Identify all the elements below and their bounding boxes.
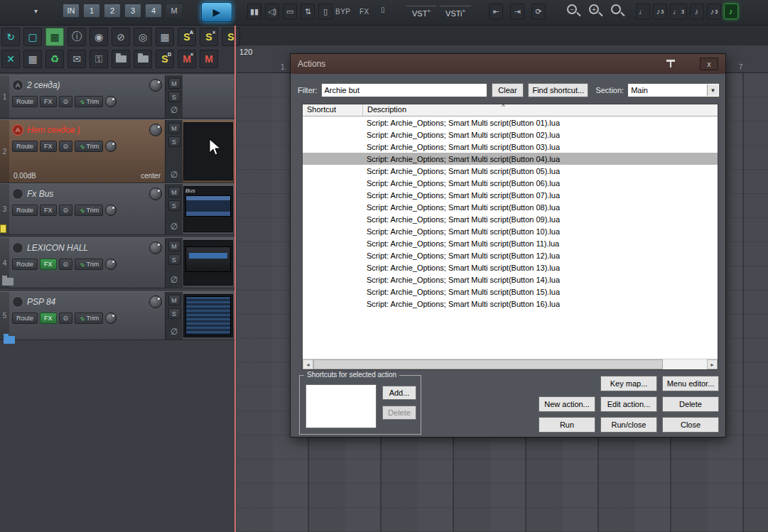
action-row[interactable]: Script: Archie_Options; Smart Multi scri… <box>303 261 718 273</box>
phase-button[interactable]: ∅ <box>171 105 178 115</box>
track-button-2[interactable]: 2 <box>104 4 121 18</box>
mute-button[interactable]: M <box>168 295 180 305</box>
track-number[interactable]: 1 <box>0 75 9 118</box>
trim-button[interactable]: ∿Trim <box>75 96 103 107</box>
zoom-in-icon[interactable]: + <box>588 4 604 19</box>
scroll-left-icon[interactable]: ◄ <box>303 359 313 369</box>
track-manager-icon[interactable]: ▦ <box>156 28 174 46</box>
info-icon[interactable]: ⓘ <box>67 28 86 46</box>
pan-knob[interactable] <box>105 259 117 270</box>
record-arm-button[interactable]: A <box>12 80 23 91</box>
route-button[interactable]: Route <box>12 205 38 216</box>
action-row[interactable]: Script: Archie_Options; Smart Multi scri… <box>303 237 718 249</box>
action-row[interactable]: Script: Archie_Options; Smart Multi scri… <box>303 189 718 201</box>
track-1[interactable]: 1 A 2 сенда) Route FX ⊙ ∿Trim M S ∅ <box>0 75 235 119</box>
scrollbar-thumb[interactable] <box>313 359 663 369</box>
key-map-button[interactable]: Key map... <box>600 376 657 391</box>
track-button-4[interactable]: 4 <box>145 4 162 18</box>
pan-knob[interactable] <box>105 313 117 324</box>
zoom-selection-icon[interactable] <box>610 4 626 19</box>
run-button[interactable]: Run <box>539 417 595 433</box>
phase-button[interactable]: ∅ <box>171 275 178 285</box>
hide-tracks-icon[interactable]: ⊘ <box>112 28 130 46</box>
notes-icon[interactable]: ✉ <box>67 50 86 68</box>
volume-knob[interactable] <box>149 295 162 308</box>
track-number[interactable]: 2 <box>0 120 9 183</box>
phase-button[interactable]: ∅ <box>171 222 178 232</box>
grid-sixteenth-note-icon[interactable]: ♪ <box>690 4 704 19</box>
volume-knob[interactable] <box>149 188 162 200</box>
action-row[interactable]: Script: Archie_Options; Smart Multi scri… <box>303 286 718 298</box>
routing-icon[interactable]: ▯ <box>318 4 332 19</box>
action-row[interactable]: Script: Archie_Options; Smart Multi scri… <box>303 129 718 141</box>
fader-icon[interactable]: ⇅ <box>301 4 315 19</box>
pan-knob[interactable] <box>105 141 117 152</box>
mute-button[interactable]: M <box>168 187 180 197</box>
action-row[interactable]: Script: Archie_Options; Smart Multi scri… <box>303 213 718 225</box>
track-4[interactable]: 4 LEXICON HALL Route FX ⊙ ∿Trim M S ∅ <box>0 237 235 288</box>
track-2[interactable]: 2 A Нет сендов ) Route FX ⊙ ∿Trim 0.00dB… <box>0 119 235 183</box>
track-button-3[interactable]: 3 <box>124 4 141 18</box>
mute-button[interactable]: M <box>168 78 180 89</box>
fx-power-button[interactable]: ⊙ <box>59 205 73 216</box>
show-in-mixer-icon[interactable]: ◎ <box>134 28 152 46</box>
track-name[interactable]: LEXICON HALL <box>27 243 146 253</box>
fx-chain-thumbnail[interactable] <box>183 240 233 286</box>
action-row[interactable]: Script: Archie_Options; Smart Multi scri… <box>303 116 718 129</box>
grid-quarter-note-icon[interactable]: ♩ <box>636 4 650 19</box>
track-name[interactable]: Нет сендов ) <box>27 125 146 135</box>
move-edit-cursor-left-icon[interactable]: ⇤ <box>489 4 503 19</box>
column-header-shortcut[interactable]: Shortcut <box>303 104 363 116</box>
play-button[interactable]: ▶ <box>201 2 232 22</box>
track-number[interactable]: 5 <box>0 292 9 340</box>
grid-swing-note-icon[interactable]: ♪ <box>724 4 738 19</box>
close-icon[interactable]: x <box>700 58 718 70</box>
scroll-right-icon[interactable]: ► <box>707 359 718 369</box>
volume-knob[interactable] <box>149 241 162 254</box>
fx-toolbar-button[interactable]: FX <box>359 8 369 16</box>
run-close-button[interactable]: Run/close <box>600 417 657 433</box>
fx-power-button[interactable]: ⊙ <box>59 313 73 324</box>
close-tool-icon[interactable]: ✕ <box>1 50 20 68</box>
fx-button[interactable]: FX <box>40 96 57 107</box>
pin-icon[interactable] <box>666 60 676 68</box>
mute-x-icon[interactable]: M× <box>178 50 196 68</box>
fx-button[interactable]: FX <box>40 205 57 216</box>
shortcut-listbox[interactable] <box>305 384 377 428</box>
grid-settings-icon[interactable]: ▦ <box>23 50 42 68</box>
action-row[interactable]: Script: Archie_Options; Smart Multi scri… <box>303 273 718 286</box>
phase-button[interactable]: ∅ <box>171 327 178 337</box>
solo-button[interactable]: S <box>168 92 180 102</box>
action-row[interactable]: Script: Archie_Options; Smart Multi scri… <box>303 177 718 189</box>
fx-button[interactable]: FX <box>40 259 57 270</box>
solo-button[interactable]: S <box>168 308 180 319</box>
mute-button[interactable]: M <box>168 123 180 134</box>
volume-knob[interactable] <box>149 124 162 136</box>
delete-shortcut-button[interactable]: Delete <box>382 406 416 420</box>
fx-chain-thumbnail[interactable] <box>183 122 233 180</box>
pan-knob[interactable] <box>105 205 117 216</box>
zoom-out-icon[interactable]: − <box>566 4 582 19</box>
action-row[interactable]: Script: Archie_Options; Smart Multi scri… <box>303 225 718 237</box>
speaker-icon[interactable]: ◁) <box>265 4 279 19</box>
new-action-button[interactable]: New action... <box>539 396 595 412</box>
marquee-select-icon[interactable]: ▢ <box>23 28 42 46</box>
record-arm-button[interactable] <box>12 188 23 200</box>
meter-icon[interactable]: ▮▮ <box>247 4 261 19</box>
fx-power-button[interactable]: ⊙ <box>59 96 73 107</box>
action-row[interactable]: Script: Archie_Options; Smart Multi scri… <box>303 201 718 213</box>
solo-button[interactable]: S <box>168 254 180 265</box>
grid-dotted-note-icon[interactable]: ♩3 <box>670 4 687 19</box>
fx-button[interactable]: FX <box>40 313 57 324</box>
action-row[interactable]: Script: Archie_Options; Smart Multi scri… <box>303 141 718 153</box>
action-row[interactable]: Script: Archie_Options; Smart Multi scri… <box>303 249 718 261</box>
master-button[interactable]: M <box>166 4 183 18</box>
lock-icon[interactable]: ⚿ <box>90 50 108 68</box>
find-shortcut-button[interactable]: Find shortcut... <box>528 83 588 97</box>
phase-button[interactable]: ∅ <box>171 170 178 180</box>
volume-knob[interactable] <box>149 79 162 92</box>
loop-toggle-icon[interactable]: ⟳ <box>531 4 546 19</box>
folder-icon[interactable] <box>2 278 13 286</box>
refresh-icon[interactable]: ♻ <box>45 50 64 68</box>
edit-action-button[interactable]: Edit action... <box>600 396 657 412</box>
